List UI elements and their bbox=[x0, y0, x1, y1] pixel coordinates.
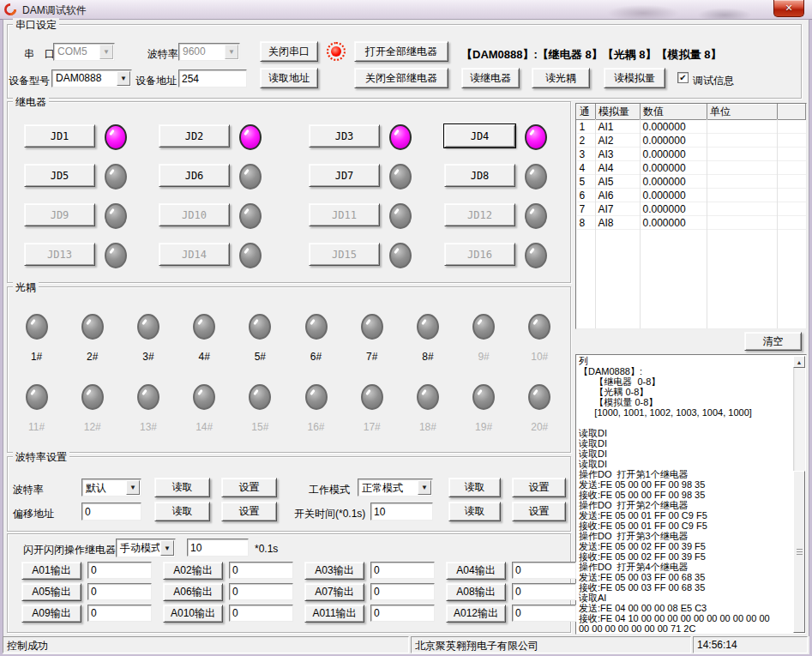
baud-set-button[interactable]: 设置 bbox=[221, 478, 277, 497]
relay-button[interactable]: JD12 bbox=[444, 203, 515, 226]
opto-cell: 2# bbox=[64, 314, 120, 363]
model-select[interactable]: DAM0888 ▼ bbox=[51, 69, 132, 87]
relay-button[interactable]: JD16 bbox=[444, 243, 515, 266]
col-header-analog[interactable]: 模拟量 bbox=[596, 105, 641, 120]
baud-select[interactable]: 9600 ▼ bbox=[178, 43, 240, 61]
flash-mode-select[interactable]: 手动模式 ▼ bbox=[116, 539, 176, 557]
scrollbar-thumb[interactable] bbox=[793, 471, 805, 633]
workmode-read-button[interactable]: 读取 bbox=[448, 478, 501, 497]
output-value-input[interactable] bbox=[512, 562, 576, 579]
baud-read-button[interactable]: 读取 bbox=[154, 478, 210, 497]
device-address-input[interactable] bbox=[178, 69, 247, 87]
output-value-input[interactable] bbox=[87, 605, 152, 622]
output-button[interactable]: A08输出 bbox=[446, 583, 506, 601]
output-button[interactable]: A07输出 bbox=[304, 583, 364, 601]
flash-time-input[interactable] bbox=[187, 539, 249, 557]
relay-button[interactable]: JD15 bbox=[309, 243, 380, 266]
output-value-input[interactable] bbox=[229, 562, 293, 579]
relay-led-icon bbox=[525, 203, 547, 229]
flash-label: 闪开闪闭操作继电器 bbox=[23, 543, 116, 557]
switch-read-button[interactable]: 读取 bbox=[448, 502, 501, 521]
cell-value: 0.000000 bbox=[641, 189, 707, 202]
col-header-unit[interactable]: 单位 bbox=[707, 105, 778, 120]
col-header-channel[interactable]: 通 bbox=[577, 105, 596, 120]
relay-button[interactable]: JD1 bbox=[24, 124, 95, 147]
flash-unit-label: *0.1s bbox=[255, 543, 278, 555]
output-button[interactable]: A02输出 bbox=[163, 562, 223, 580]
output-value-input[interactable] bbox=[512, 605, 576, 622]
output-value-input[interactable] bbox=[87, 562, 152, 579]
output-button[interactable]: A012输出 bbox=[446, 605, 506, 623]
relay-button[interactable]: JD6 bbox=[159, 164, 230, 187]
window-title: DAM调试软件 bbox=[22, 3, 87, 18]
analog-table-row[interactable]: 3 AI3 0.000000 bbox=[577, 147, 806, 161]
relay-button[interactable]: JD13 bbox=[24, 243, 95, 266]
baud-setting-select[interactable]: 默认 ▼ bbox=[81, 478, 141, 497]
offset-address-input[interactable] bbox=[81, 503, 141, 521]
relay-button[interactable]: JD8 bbox=[444, 164, 515, 187]
scroll-up-arrow-icon[interactable]: ▲ bbox=[793, 356, 805, 368]
output-button[interactable]: A010输出 bbox=[163, 605, 223, 623]
relay-button[interactable]: JD2 bbox=[159, 124, 230, 147]
close-serial-button[interactable]: 关闭串口 bbox=[260, 41, 318, 62]
workmode-select[interactable]: 正常模式 ▼ bbox=[358, 478, 433, 497]
analog-table-row[interactable]: 4 AI4 0.000000 bbox=[577, 161, 806, 175]
debug-info-checkbox[interactable]: ✔ bbox=[677, 72, 689, 83]
log-panel[interactable]: 列 【DAM0888】: 【继电器 0-8】 【光耦 0-8】 【模拟量 0-8… bbox=[575, 354, 807, 635]
read-address-button[interactable]: 读取地址 bbox=[260, 68, 318, 88]
read-relay-button[interactable]: 读继电器 bbox=[461, 68, 520, 88]
workmode-set-button[interactable]: 设置 bbox=[512, 478, 566, 497]
open-all-relays-button[interactable]: 打开全部继电器 bbox=[354, 41, 448, 62]
output-button[interactable]: A03输出 bbox=[304, 562, 364, 580]
relay-button[interactable]: JD7 bbox=[309, 164, 380, 187]
output-button[interactable]: A01输出 bbox=[21, 562, 81, 580]
cell-channel: 5 bbox=[577, 175, 596, 189]
close-button[interactable]: ✕ bbox=[773, 0, 804, 17]
cell-extra bbox=[778, 202, 806, 216]
output-button[interactable]: A05输出 bbox=[21, 583, 81, 601]
close-all-relays-button[interactable]: 关闭全部继电器 bbox=[354, 68, 448, 88]
clear-log-button[interactable]: 清空 bbox=[744, 332, 802, 351]
opto-label: 4# bbox=[198, 351, 209, 363]
serial-port-select[interactable]: COM5 ▼ bbox=[53, 43, 115, 61]
offset-address-label: 偏移地址 bbox=[13, 507, 54, 521]
analog-table-row[interactable]: 7 AI7 0.000000 bbox=[577, 202, 806, 216]
output-value-input[interactable] bbox=[229, 583, 293, 600]
output-value-input[interactable] bbox=[229, 605, 293, 622]
switch-set-button[interactable]: 设置 bbox=[512, 502, 566, 521]
output-button[interactable]: A04输出 bbox=[446, 562, 506, 580]
analog-table-row[interactable]: 2 AI2 0.000000 bbox=[577, 134, 806, 147]
analog-table-row[interactable]: 6 AI6 0.000000 bbox=[577, 189, 806, 202]
chevron-down-icon: ▼ bbox=[117, 71, 130, 86]
output-value-input[interactable] bbox=[87, 583, 152, 600]
read-analog-button[interactable]: 读模拟量 bbox=[604, 68, 665, 88]
title-bar[interactable]: DAM调试软件 ✕ bbox=[0, 0, 812, 20]
output-button[interactable]: A09输出 bbox=[21, 605, 81, 623]
output-button[interactable]: A011输出 bbox=[304, 605, 364, 623]
cell-name: AI3 bbox=[596, 147, 641, 161]
col-header-value[interactable]: 数值 bbox=[641, 105, 707, 120]
output-value-input[interactable] bbox=[370, 583, 435, 600]
offset-set-button[interactable]: 设置 bbox=[221, 502, 277, 521]
opto-cell: 6# bbox=[288, 314, 344, 363]
analog-table-row[interactable]: 1 AI1 0.000000 bbox=[577, 120, 806, 134]
col-header-extra[interactable] bbox=[778, 105, 806, 120]
relay-button[interactable]: JD5 bbox=[24, 164, 95, 187]
chevron-down-icon: ▼ bbox=[126, 480, 140, 495]
relay-button[interactable]: JD11 bbox=[309, 203, 380, 226]
switch-time-input[interactable] bbox=[370, 503, 433, 521]
relay-button[interactable]: JD9 bbox=[24, 203, 95, 226]
log-scrollbar[interactable]: ▲ bbox=[793, 356, 805, 633]
output-value-input[interactable] bbox=[512, 583, 576, 600]
analog-table-row[interactable]: 5 AI5 0.000000 bbox=[577, 175, 806, 189]
read-opto-button[interactable]: 读光耦 bbox=[532, 68, 590, 88]
analog-table-row[interactable]: 8 AI8 0.000000 bbox=[577, 216, 806, 230]
relay-button[interactable]: JD4 bbox=[444, 124, 515, 147]
output-value-input[interactable] bbox=[370, 562, 435, 579]
output-value-input[interactable] bbox=[370, 605, 435, 622]
relay-button[interactable]: JD10 bbox=[159, 203, 230, 226]
offset-read-button[interactable]: 读取 bbox=[154, 502, 210, 521]
relay-button[interactable]: JD14 bbox=[159, 243, 230, 266]
output-button[interactable]: A06输出 bbox=[163, 583, 223, 601]
relay-button[interactable]: JD3 bbox=[309, 124, 380, 147]
